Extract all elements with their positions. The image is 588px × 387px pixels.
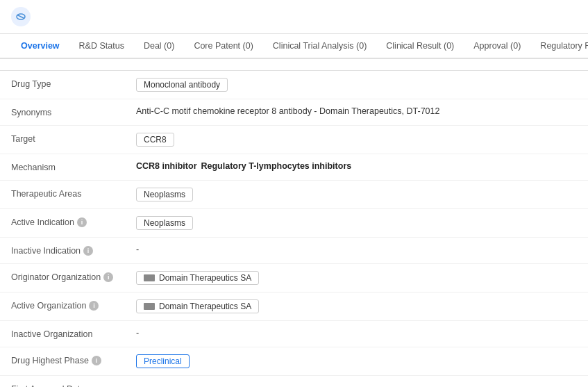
org-name-8: Domain Therapeutics SA xyxy=(159,302,251,311)
field-label-6: Inactive Indicationi xyxy=(11,245,136,256)
field-label-11: First Approval Date xyxy=(11,383,136,387)
field-row-3: MechanismCCR8 inhibitor Regulatory T-lym… xyxy=(0,154,588,181)
field-value-9: - xyxy=(136,328,577,338)
field-label-0: Drug Type xyxy=(11,78,136,89)
info-icon-7[interactable]: i xyxy=(103,272,113,282)
field-row-0: Drug TypeMonoclonal antibody xyxy=(0,71,588,99)
tab-rd-status[interactable]: R&D Status xyxy=(69,34,134,59)
tab-clinical-result[interactable]: Clinical Result (0) xyxy=(376,34,464,59)
tab-clinical-trial[interactable]: Clinical Trial Analysis (0) xyxy=(263,34,376,59)
info-icon-5[interactable]: i xyxy=(77,217,87,227)
field-label-7: Originator Organizationi xyxy=(11,271,136,282)
field-label-10: Drug Highest Phasei xyxy=(11,354,136,365)
field-label-9: Inactive Organization xyxy=(11,328,136,339)
field-row-10: Drug Highest PhaseiPreclinical xyxy=(0,347,588,376)
tab-regulatory-review[interactable]: Regulatory Review xyxy=(530,34,588,59)
field-label-1: Synonyms xyxy=(11,106,136,117)
field-value-0: Monoclonal antibody xyxy=(136,78,577,92)
field-value-10: Preclinical xyxy=(136,354,577,368)
field-label-5: Active Indicationi xyxy=(11,216,136,227)
dash-9: - xyxy=(136,328,139,338)
page-header xyxy=(0,0,588,34)
info-icon-8[interactable]: i xyxy=(89,301,99,311)
field-row-1: SynonymsAnti-C-C motif chemokine recepto… xyxy=(0,99,588,126)
section-basic-info xyxy=(0,59,588,71)
bluetag-10: Preclinical xyxy=(136,354,190,368)
tab-overview[interactable]: Overview xyxy=(11,34,69,59)
tab-approval[interactable]: Approval (0) xyxy=(464,34,530,59)
drug-icon xyxy=(11,7,31,26)
svg-line-1 xyxy=(17,15,24,19)
nav-tabs: OverviewR&D StatusDeal (0)Core Patent (0… xyxy=(0,34,588,59)
field-value-6: - xyxy=(136,245,577,254)
tag-4: Neoplasms xyxy=(136,188,193,201)
field-row-11: First Approval Date- xyxy=(0,376,588,387)
field-value-5: Neoplasms xyxy=(136,216,577,230)
field-value-4: Neoplasms xyxy=(136,188,577,201)
field-label-4: Therapeutic Areas xyxy=(11,188,136,199)
field-row-5: Active IndicationiNeoplasms xyxy=(0,209,588,238)
tab-core-patent[interactable]: Core Patent (0) xyxy=(184,34,262,59)
dash-11: - xyxy=(136,383,139,387)
tab-deal[interactable]: Deal (0) xyxy=(134,34,184,59)
field-value-7: Domain Therapeutics SA xyxy=(136,271,577,285)
field-value-1: Anti-C-C motif chemokine receptor 8 anti… xyxy=(136,106,577,116)
info-icon-6[interactable]: i xyxy=(83,246,93,256)
org-name-7: Domain Therapeutics SA xyxy=(159,273,251,283)
orgtag-7: Domain Therapeutics SA xyxy=(136,271,259,285)
field-row-7: Originator OrganizationiDomain Therapeut… xyxy=(0,264,588,293)
mechtext-3-0: CCR8 inhibitor xyxy=(136,161,197,171)
field-value-8: Domain Therapeutics SA xyxy=(136,299,577,313)
field-row-9: Inactive Organization- xyxy=(0,321,588,347)
field-row-6: Inactive Indicationi- xyxy=(0,238,588,264)
field-row-2: TargetCCR8 xyxy=(0,126,588,154)
org-icon-8 xyxy=(144,303,155,310)
org-icon-7 xyxy=(144,274,155,281)
field-value-3: CCR8 inhibitor Regulatory T-lymphocytes … xyxy=(136,161,577,171)
tag-2: CCR8 xyxy=(136,133,174,147)
fields-container: Drug TypeMonoclonal antibodySynonymsAnti… xyxy=(0,71,588,387)
field-row-4: Therapeutic AreasNeoplasms xyxy=(0,181,588,209)
field-row-8: Active OrganizationiDomain Therapeutics … xyxy=(0,293,588,321)
mechtext-3-1: Regulatory T-lymphocytes inhibitors xyxy=(201,161,352,171)
dash-6: - xyxy=(136,245,139,254)
field-label-8: Active Organizationi xyxy=(11,299,136,311)
field-value-2: CCR8 xyxy=(136,133,577,147)
info-icon-10[interactable]: i xyxy=(92,356,101,365)
tag-5: Neoplasms xyxy=(136,216,193,230)
field-label-2: Target xyxy=(11,133,136,144)
field-value-11: - xyxy=(136,383,577,387)
orgtag-8: Domain Therapeutics SA xyxy=(136,299,259,313)
tag-0: Monoclonal antibody xyxy=(136,78,228,92)
field-label-3: Mechanism xyxy=(11,161,136,172)
